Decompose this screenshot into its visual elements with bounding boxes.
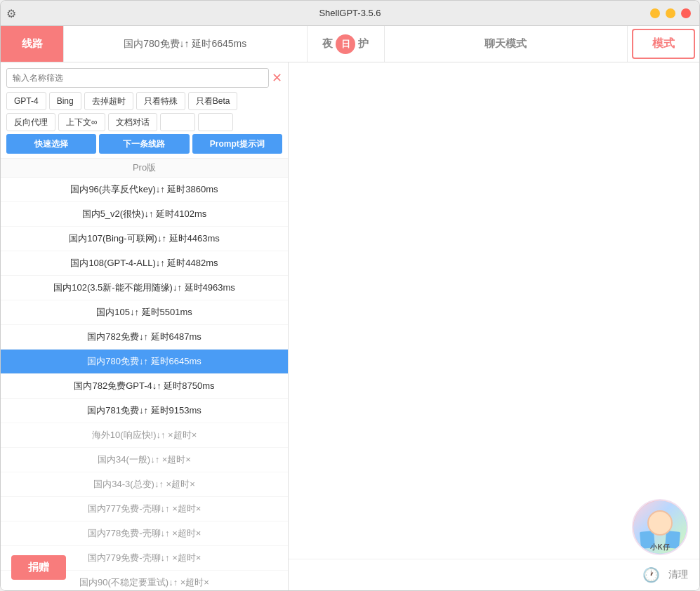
history-icon[interactable]: 🕐 xyxy=(642,566,660,583)
donate-button[interactable]: 捐赠 xyxy=(11,555,66,580)
filter-context[interactable]: 上下文∞ xyxy=(58,113,105,131)
filter-row-1: GPT-4 Bing 去掉超时 只看特殊 只看Beta xyxy=(6,92,282,110)
route-list[interactable]: 国内96(共享反代key)↓↑ 延时3860ms 国内5_v2(很快)↓↑ 延时… xyxy=(1,178,288,590)
day-circle[interactable]: 日 xyxy=(336,34,355,54)
filter-row-2: 反向代理 上下文∞ 文档对话 xyxy=(6,113,282,131)
route-item[interactable]: 国内108(GPT-4-ALL)↓↑ 延时4482ms xyxy=(1,251,288,276)
next-route-button[interactable]: 下一条线路 xyxy=(99,134,189,154)
minimize-button[interactable] xyxy=(650,8,660,18)
chat-area[interactable] xyxy=(289,62,699,559)
filter-section: ✕ GPT-4 Bing 去掉超时 只看特殊 只看Beta 反向代理 上下文∞ … xyxy=(1,62,288,159)
maximize-button[interactable] xyxy=(666,8,675,18)
tab-night-day[interactable]: 夜 日 护 xyxy=(308,26,385,62)
left-panel: ✕ GPT-4 Bing 去掉超时 只看特殊 只看Beta 反向代理 上下文∞ … xyxy=(1,62,289,590)
tab-chat[interactable]: 聊天模式 xyxy=(385,26,628,62)
route-item[interactable]: 国内782免费↓↑ 延时6487ms xyxy=(1,325,288,350)
night-label: 夜 xyxy=(322,37,333,51)
tab-mode[interactable]: 模式 xyxy=(632,29,695,59)
clear-search-icon[interactable]: ✕ xyxy=(272,72,282,84)
filter-beta-only[interactable]: 只看Beta xyxy=(188,92,238,110)
route-item[interactable]: 国内96(共享反代key)↓↑ 延时3860ms xyxy=(1,178,288,202)
mascot-area: 小K仔 xyxy=(632,499,688,555)
route-item[interactable]: 国内782免费GPT-4↓↑ 延时8750ms xyxy=(1,374,288,399)
route-item-timeout[interactable]: 国内34-3(总变)↓↑ ×超时× xyxy=(1,472,288,497)
right-panel: 小K仔 🕐 清理 xyxy=(289,62,699,590)
filter-special-only[interactable]: 只看特殊 xyxy=(136,92,185,110)
filter-gpt4[interactable]: GPT-4 xyxy=(6,92,46,110)
route-item-timeout[interactable]: 海外10(响应快!)↓↑ ×超时× xyxy=(1,423,288,448)
window-controls xyxy=(650,8,691,18)
route-item[interactable]: 国内5_v2(很快)↓↑ 延时4102ms xyxy=(1,202,288,227)
prompt-button[interactable]: Prompt提示词 xyxy=(192,134,282,154)
route-item[interactable]: 国内781免费↓↑ 延时9153ms xyxy=(1,399,288,423)
close-button[interactable] xyxy=(681,8,691,18)
action-row: 快速选择 下一条线路 Prompt提示词 xyxy=(6,134,282,154)
route-item-timeout[interactable]: 国内778免费-壳聊↓↑ ×超时× xyxy=(1,522,288,546)
tab-route[interactable]: 线路 xyxy=(1,26,64,62)
quick-select-button[interactable]: 快速选择 xyxy=(6,134,96,154)
top-navigation: 线路 国内780免费↓↑ 延时6645ms 夜 日 护 聊天模式 模式 xyxy=(1,26,699,62)
pro-label: Pro版 xyxy=(1,159,288,178)
filter-no-timeout[interactable]: 去掉超时 xyxy=(84,92,133,110)
route-item-selected[interactable]: 国内780免费↓↑ 延时6645ms xyxy=(1,350,288,374)
mascot-text: 小K仔 xyxy=(650,543,669,552)
route-item-timeout[interactable]: 国内777免费-壳聊↓↑ ×超时× xyxy=(1,497,288,522)
route-item-timeout[interactable]: 国内34(一般)↓↑ ×超时× xyxy=(1,448,288,472)
window-title: ShellGPT-3.5.6 xyxy=(319,8,381,18)
hu-label: 护 xyxy=(358,37,369,51)
filter-extra2[interactable] xyxy=(198,113,233,131)
filter-doc-chat[interactable]: 文档对话 xyxy=(108,113,157,131)
clear-button[interactable]: 清理 xyxy=(668,569,688,581)
gear-icon[interactable]: ⚙ xyxy=(6,6,16,20)
route-item[interactable]: 国内105↓↑ 延时5501ms xyxy=(1,300,288,325)
bottom-bar: 🕐 清理 xyxy=(289,559,699,590)
route-item[interactable]: 国内102(3.5新-能不能用随缘)↓↑ 延时4963ms xyxy=(1,276,288,300)
filter-extra1[interactable] xyxy=(160,113,195,131)
search-row: ✕ xyxy=(6,68,282,88)
titlebar: ⚙ ShellGPT-3.5.6 xyxy=(1,1,699,26)
main-content: ✕ GPT-4 Bing 去掉超时 只看特殊 只看Beta 反向代理 上下文∞ … xyxy=(1,62,699,590)
route-item[interactable]: 国内107(Bing-可联网)↓↑ 延时4463ms xyxy=(1,227,288,251)
tab-status[interactable]: 国内780免费↓↑ 延时6645ms xyxy=(64,26,308,62)
filter-bing[interactable]: Bing xyxy=(49,92,81,110)
mascot-image: 小K仔 xyxy=(632,499,688,555)
search-input[interactable] xyxy=(6,68,269,88)
main-window: ⚙ ShellGPT-3.5.6 线路 国内780免费↓↑ 延时6645ms 夜… xyxy=(0,0,700,591)
filter-reverse-proxy[interactable]: 反向代理 xyxy=(6,113,55,131)
